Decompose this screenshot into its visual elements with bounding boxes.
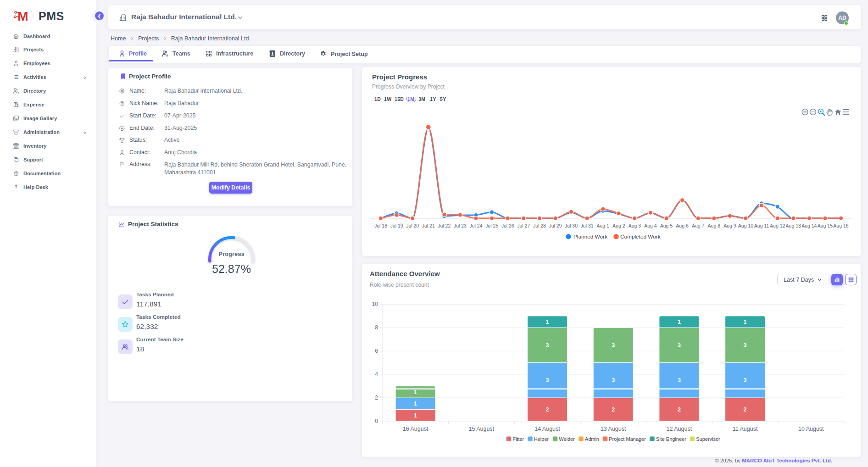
svg-text:Fitter: Fitter bbox=[512, 436, 524, 442]
svg-text:3: 3 bbox=[744, 377, 747, 384]
svg-text:Aug 4: Aug 4 bbox=[644, 223, 657, 228]
svg-text:Jul 28: Jul 28 bbox=[533, 223, 546, 228]
svg-text:0: 0 bbox=[375, 418, 378, 424]
svg-text:3: 3 bbox=[678, 377, 681, 384]
svg-text:1: 1 bbox=[678, 319, 681, 325]
svg-text:Aug 3: Aug 3 bbox=[629, 223, 641, 228]
svg-text:Jul 24: Jul 24 bbox=[469, 223, 482, 228]
svg-text:Jul 21: Jul 21 bbox=[422, 223, 435, 228]
svg-text:3: 3 bbox=[612, 377, 615, 384]
svg-text:Aug 15: Aug 15 bbox=[818, 223, 833, 228]
svg-text:10: 10 bbox=[372, 301, 378, 307]
svg-text:16 August: 16 August bbox=[403, 426, 428, 432]
svg-text:Aug 14: Aug 14 bbox=[801, 223, 817, 228]
svg-text:Admin: Admin bbox=[585, 436, 599, 442]
svg-text:Jul 27: Jul 27 bbox=[517, 223, 530, 228]
svg-text:Jul 26: Jul 26 bbox=[501, 223, 514, 228]
svg-text:Welder: Welder bbox=[559, 436, 575, 442]
svg-text:6: 6 bbox=[375, 348, 378, 354]
svg-text:13 August: 13 August bbox=[601, 426, 626, 432]
svg-text:Aug 9: Aug 9 bbox=[723, 223, 736, 228]
svg-text:2: 2 bbox=[744, 406, 747, 413]
svg-text:Aug 11: Aug 11 bbox=[754, 223, 769, 228]
svg-text:Site Engineer: Site Engineer bbox=[656, 436, 686, 442]
svg-text:3: 3 bbox=[546, 377, 549, 384]
svg-text:1: 1 bbox=[744, 319, 747, 325]
svg-text:M: M bbox=[17, 9, 28, 23]
svg-text:Aug 2: Aug 2 bbox=[612, 223, 625, 228]
svg-text:2: 2 bbox=[678, 406, 681, 413]
svg-text:Jul 20: Jul 20 bbox=[406, 223, 419, 228]
svg-text:Aug 16: Aug 16 bbox=[833, 223, 848, 228]
svg-text:Aug 10: Aug 10 bbox=[738, 223, 753, 228]
svg-text:Project Manager: Project Manager bbox=[609, 436, 646, 442]
svg-text:10 August: 10 August bbox=[798, 426, 824, 432]
svg-text:8: 8 bbox=[375, 324, 378, 331]
svg-text:Aug 5: Aug 5 bbox=[660, 223, 673, 228]
svg-text:3: 3 bbox=[678, 342, 681, 349]
svg-text:Aug 6: Aug 6 bbox=[676, 223, 689, 228]
svg-text:3: 3 bbox=[744, 342, 747, 349]
svg-text:3: 3 bbox=[612, 342, 615, 349]
svg-text:12 August: 12 August bbox=[667, 426, 692, 432]
svg-text:1: 1 bbox=[414, 400, 417, 407]
svg-text:Aug 13: Aug 13 bbox=[786, 223, 801, 228]
svg-text:Jul 30: Jul 30 bbox=[565, 223, 578, 228]
svg-text:Aug 12: Aug 12 bbox=[770, 223, 785, 228]
svg-text:Aug 1: Aug 1 bbox=[596, 223, 609, 228]
svg-text:Jul 18: Jul 18 bbox=[374, 223, 387, 228]
svg-text:Jul 25: Jul 25 bbox=[485, 223, 498, 228]
svg-text:2: 2 bbox=[375, 395, 378, 401]
svg-text:Helper: Helper bbox=[534, 436, 549, 442]
svg-text:Planned Work: Planned Work bbox=[573, 234, 607, 240]
svg-text:11 August: 11 August bbox=[733, 426, 758, 432]
svg-text:Jul 31: Jul 31 bbox=[581, 223, 594, 228]
svg-text:1: 1 bbox=[546, 319, 549, 325]
svg-text:1: 1 bbox=[414, 412, 417, 419]
svg-text:Jul 22: Jul 22 bbox=[438, 223, 451, 228]
svg-text:2: 2 bbox=[612, 406, 615, 413]
svg-text:Completed Work: Completed Work bbox=[620, 234, 661, 240]
svg-text:Jul 29: Jul 29 bbox=[549, 223, 562, 228]
svg-text:4: 4 bbox=[375, 371, 378, 378]
svg-text:3: 3 bbox=[546, 342, 549, 349]
svg-text:1: 1 bbox=[414, 389, 417, 395]
svg-text:Aug 7: Aug 7 bbox=[692, 223, 705, 228]
svg-text:2: 2 bbox=[546, 406, 549, 413]
svg-text:Jul 23: Jul 23 bbox=[454, 223, 467, 228]
svg-text:15 August: 15 August bbox=[468, 426, 494, 432]
svg-text:Aug 8: Aug 8 bbox=[708, 223, 721, 228]
svg-text:Jul 19: Jul 19 bbox=[390, 223, 403, 228]
svg-text:Supervisor: Supervisor bbox=[696, 436, 720, 442]
svg-text:14 August: 14 August bbox=[534, 426, 560, 432]
